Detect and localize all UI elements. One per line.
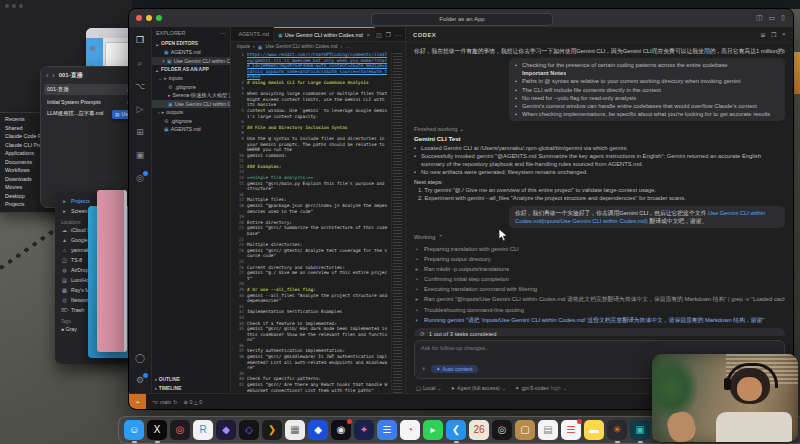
activity-bar-icon[interactable]: ▣: [132, 148, 148, 162]
working-step[interactable]: • Preparing translation with gemini CLI: [414, 243, 785, 253]
dock-app-icon[interactable]: ◆: [308, 420, 328, 440]
editor-action-icon[interactable]: ◫: [376, 31, 382, 38]
editor-action-icon[interactable]: ⋯: [395, 31, 401, 38]
file-tree-row[interactable]: ⚙ .gitignore: [152, 83, 230, 92]
file-tree-row[interactable]: ▸ Serena-快速接入大模型了.mp4: [152, 91, 230, 100]
dock-app-icon[interactable]: X: [147, 420, 167, 440]
finder-row[interactable]: Initial System Prompts ⊘: [44, 96, 134, 107]
activity-bar-icon[interactable]: ⌕: [132, 56, 148, 70]
back-icon[interactable]: ‹: [46, 72, 48, 79]
tree-chevron-icon: ›: [158, 109, 160, 115]
dock-app-icon[interactable]: ◆: [216, 420, 236, 440]
file-tree-row[interactable]: ▣ AGENTS.md: [152, 125, 230, 134]
dock-app-icon[interactable]: ◉: [331, 420, 351, 440]
activity-bottom-icon[interactable]: ◯: [132, 351, 148, 365]
auto-context-button[interactable]: ✦ Auto context: [431, 365, 478, 373]
working-step[interactable]: ◐ Running gemini "请把 'inputs/Use Gemini …: [414, 315, 785, 325]
line-number: 15: [231, 181, 247, 192]
task-progress[interactable]: ⟳ 1 out of 3 tasks completed: [414, 328, 785, 336]
activity-bar-icon[interactable]: ❐: [132, 33, 148, 47]
activity-bar-icon[interactable]: ⌥: [132, 79, 148, 93]
dock-app-icon[interactable]: ▸: [423, 420, 443, 440]
activity-bar-icon[interactable]: ⊞: [132, 125, 148, 139]
close-icon[interactable]: ×: [162, 58, 165, 64]
dock-app-icon[interactable]: ❯: [262, 420, 282, 440]
dock-app-icon[interactable]: ◔: [400, 420, 420, 440]
explorer-more-icon[interactable]: ⋯: [221, 30, 226, 36]
dock-app-icon[interactable]: ▢: [515, 420, 535, 440]
dock-app-icon[interactable]: ▦: [285, 420, 305, 440]
dock-app-icon[interactable]: 26: [469, 420, 489, 440]
close-tab-icon[interactable]: ×: [367, 32, 370, 38]
file-tree-row[interactable]: › ▸ outputs: [152, 108, 230, 117]
dock-app-icon[interactable]: ☺: [124, 420, 144, 440]
open-editor-row[interactable]: × ▣ Use Gemini CLI within Codes.md: [152, 57, 230, 66]
command-center[interactable]: Folder as an App: [371, 13, 553, 26]
dock-app-icon[interactable]: ▤: [538, 420, 558, 440]
working-step[interactable]: ▸ Ran gemini "@inputs/Use Gemini CLI wit…: [414, 294, 785, 304]
chat-thread[interactable]: 你好，我在想做一件有趣的事情，我想让你去学习一下如何使用Gemini CLI，因…: [406, 43, 793, 336]
mode-selector[interactable]: ➤ Agent (full access) ⌄: [451, 385, 506, 391]
panel-action-icon[interactable]: ⊞: [761, 31, 767, 38]
working-step[interactable]: • Troubleshooting command-line quoting: [414, 305, 785, 315]
file-tree-row[interactable]: ⌄ ▸ inputs: [152, 74, 230, 83]
dock-app-icon[interactable]: R: [193, 420, 213, 440]
finder-window[interactable]: ‹ › 001-直播 001-直播 ⊘ Initial System Promp…: [40, 66, 138, 208]
panel-action-icon[interactable]: ❐: [771, 31, 777, 38]
working-step[interactable]: ▸ Ran mkdir -p outputs/translations: [414, 264, 785, 274]
file-tree-row[interactable]: ⚙ .gitignore: [152, 117, 230, 126]
window-controls[interactable]: [129, 15, 162, 21]
panel-action-icon[interactable]: ×: [782, 31, 786, 38]
file-type-icon: ▸: [168, 92, 171, 98]
layout-toggle-icon[interactable]: ▯: [781, 14, 785, 22]
folder-section[interactable]: ⌄ FOLDER AS AN APP: [152, 65, 230, 74]
open-editors-section[interactable]: ⌄ OPEN EDITORS: [152, 39, 230, 48]
activity-bottom-icon[interactable]: ⚙: [132, 373, 148, 387]
dock-app-icon[interactable]: ◎: [170, 420, 190, 440]
working-toggle[interactable]: Working ⌃: [414, 233, 785, 241]
dock-app-icon[interactable]: ◎: [492, 420, 512, 440]
dock-app-icon[interactable]: ▣: [630, 420, 650, 440]
add-attachment-button[interactable]: ＋: [420, 364, 427, 374]
working-step[interactable]: • Executing translation command with fil…: [414, 284, 785, 294]
dock-app-icon[interactable]: ☰: [561, 420, 581, 440]
minimap[interactable]: [391, 51, 405, 393]
open-editor-row[interactable]: ▣ AGENTS.md: [152, 48, 230, 57]
breadcrumb-separator: ›: [253, 44, 255, 49]
problems-status[interactable]: ⊗ 0 △ 0: [184, 399, 202, 405]
dock-app-icon[interactable]: ❮: [446, 420, 466, 440]
title-bar[interactable]: Folder as an App ◫▭▯: [129, 9, 793, 27]
finished-working-toggle[interactable]: Finished working ⌄: [414, 125, 785, 133]
editor-action-icon[interactable]: ❐: [386, 31, 391, 38]
git-branch-status[interactable]: ⌥ main ↻: [152, 399, 178, 405]
model-selector[interactable]: ✦ gpt-5-codex high ⌄: [515, 385, 567, 391]
layout-toggle-icon[interactable]: ▭: [769, 14, 776, 22]
activity-bar-icon[interactable]: ◎: [132, 171, 148, 185]
zoom-window-button[interactable]: [156, 15, 162, 21]
environment-selector[interactable]: ▢ Local ⌄: [416, 385, 442, 391]
dock-app-icon[interactable]: ☰: [377, 420, 397, 440]
layout-toggle-icon[interactable]: ◫: [756, 14, 763, 22]
file-tree-row[interactable]: ▣ Use Gemini CLI within Codes.md: [152, 100, 230, 109]
outline-section[interactable]: › OUTLINE: [152, 375, 230, 384]
activity-bar-icon[interactable]: ▷: [132, 102, 148, 116]
dock-app-icon[interactable]: ▬: [584, 420, 604, 440]
editor-content[interactable]: 1 https://www.reddit.com/r/ChatGPTCoding…: [231, 51, 391, 393]
timeline-section[interactable]: › TIMELINE: [152, 384, 230, 393]
file-path-link[interactable]: (inputs/Use Gemini CLI within Codes.md): [541, 218, 647, 224]
breadcrumb[interactable]: inputs › ▣ Use Gemini CLI within Codes.m…: [231, 42, 405, 51]
close-window-button[interactable]: [136, 15, 142, 21]
finder-row[interactable]: 001-直播 ⊘: [44, 84, 134, 95]
minimize-window-button[interactable]: [146, 15, 152, 21]
forward-icon[interactable]: ›: [52, 72, 54, 79]
dock-app-icon[interactable]: ✦: [354, 420, 374, 440]
markdown-file-icon: ▣: [278, 32, 283, 38]
working-step[interactable]: • Confirming initial step completion: [414, 274, 785, 284]
remote-indicator[interactable]: ⌁: [129, 394, 146, 409]
dock-app-icon[interactable]: ✳: [607, 420, 627, 440]
dock-app-icon[interactable]: ◇: [239, 420, 259, 440]
tab-use-gemini-cli[interactable]: ▣ Use Gemini CLI within Codes.md ×: [274, 27, 375, 41]
tab-agents-md[interactable]: AGENTS.md: [231, 27, 274, 41]
box-icon: ▢: [416, 385, 421, 391]
working-step[interactable]: • Preparing output directory: [414, 254, 785, 264]
